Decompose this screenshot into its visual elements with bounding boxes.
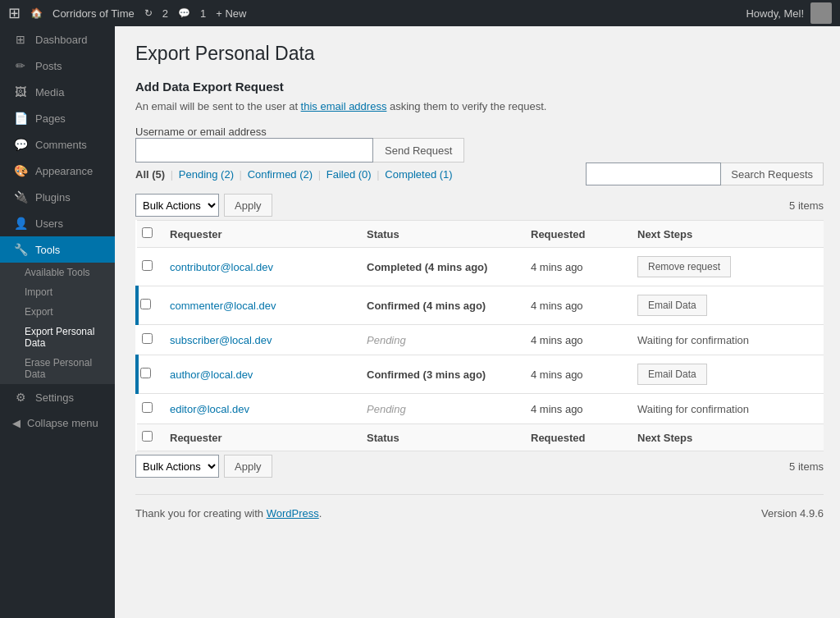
footer-select-all-checkbox[interactable] [142, 431, 153, 442]
row4-status-cell: Confirmed (3 mins ago) [358, 355, 523, 394]
row4-action-button[interactable]: Email Data [637, 364, 707, 385]
search-input[interactable] [586, 163, 721, 185]
add-request-title: Add Data Export Request [135, 80, 824, 94]
sidebar-item-media[interactable]: 🖼 Media [0, 79, 115, 105]
filter-confirmed[interactable]: Confirmed (2) [248, 168, 313, 181]
pages-icon: 📄 [12, 112, 29, 125]
col-header-next-steps: Next Steps [629, 221, 824, 248]
row2-requester-link[interactable]: commenter@local.dev [170, 300, 276, 312]
row3-requester-link[interactable]: subscriber@local.dev [170, 334, 272, 346]
sidebar-label-comments: Comments [35, 139, 87, 151]
sidebar-label-tools: Tools [35, 244, 60, 256]
row4-nextsteps-cell: Email Data [629, 355, 824, 394]
updates-count: 2 [162, 7, 168, 20]
description: An email will be sent to the user at thi… [135, 100, 824, 112]
table-row: contributor@local.dev Completed (4 mins … [137, 248, 824, 286]
filter-pending[interactable]: Pending (2) [179, 168, 234, 181]
sidebar-item-plugins[interactable]: 🔌 Plugins [0, 184, 115, 210]
filter-links: All (5) | Pending (2) | Confirmed (2) | … [135, 168, 453, 181]
footer-thank-you: Thank you for creating with WordPress. [135, 507, 322, 520]
admin-bar: ⊞ 🏠 Corridors of Time ↻ 2 💬 1 + New Howd… [0, 0, 840, 26]
row2-action-button[interactable]: Email Data [637, 295, 707, 316]
page-title: Export Personal Data [135, 43, 824, 65]
filter-all[interactable]: All (5) [135, 168, 165, 181]
row2-checkbox[interactable] [140, 299, 151, 309]
submenu-export-personal-data[interactable]: Export Personal Data [0, 322, 115, 353]
col-header-requester: Requester [162, 221, 358, 248]
row2-requested-cell: 4 mins ago [523, 286, 629, 325]
search-box: Search Requests [586, 163, 824, 185]
row3-next-steps-text: Waiting for confirmation [637, 334, 749, 346]
row1-checkbox[interactable] [142, 260, 153, 271]
filter-completed[interactable]: Completed (1) [385, 168, 452, 181]
row1-requester-cell: contributor@local.dev [162, 248, 358, 286]
row5-requester-link[interactable]: editor@local.dev [170, 403, 249, 415]
collapse-arrow-icon: ◀ [12, 417, 21, 429]
sidebar-item-comments[interactable]: 💬 Comments [0, 131, 115, 158]
bottom-table-actions: Bulk Actions Apply 5 items [135, 455, 824, 478]
col-header-status: Status [358, 221, 523, 248]
row3-nextsteps-cell: Waiting for confirmation [629, 325, 824, 355]
collapse-menu-button[interactable]: ◀ Collapse menu [0, 410, 115, 436]
filter-failed[interactable]: Failed (0) [326, 168, 372, 181]
username-email-input[interactable] [135, 138, 373, 163]
username-label: Username or email address [135, 126, 824, 138]
submenu-export[interactable]: Export [0, 302, 115, 322]
submenu-import[interactable]: Import [0, 282, 115, 302]
comments-count: 1 [200, 7, 206, 20]
updates-icon[interactable]: ↻ [144, 7, 153, 19]
col-checkbox [137, 221, 162, 248]
submenu-available-tools[interactable]: Available Tools [0, 263, 115, 282]
bottom-bulk-select[interactable]: Bulk Actions [135, 455, 219, 478]
sidebar-item-users[interactable]: 👤 Users [0, 210, 115, 236]
footer-col-next-steps: Next Steps [629, 424, 824, 451]
description-link[interactable]: this email address [301, 100, 387, 112]
row4-checkbox[interactable] [140, 368, 151, 378]
row5-checkbox[interactable] [142, 402, 153, 413]
row4-requester-link[interactable]: author@local.dev [170, 369, 253, 381]
row5-requested-cell: 4 mins ago [523, 394, 629, 424]
wp-logo-icon[interactable]: ⊞ [8, 4, 21, 22]
table-header-row: Requester Status Requested Next Steps [137, 221, 824, 248]
site-name[interactable]: Corridors of Time [52, 7, 135, 20]
row3-requested-cell: 4 mins ago [523, 325, 629, 355]
sidebar-item-appearance[interactable]: 🎨 Appearance [0, 158, 115, 184]
row3-status-cell: Pending [358, 325, 523, 355]
sidebar-label-posts: Posts [35, 60, 62, 72]
row1-requester-link[interactable]: contributor@local.dev [170, 261, 273, 273]
media-icon: 🖼 [12, 85, 29, 98]
site-home-icon: 🏠 [30, 7, 43, 19]
sidebar-item-settings[interactable]: ⚙ Settings [0, 384, 115, 410]
bottom-item-count: 5 items [789, 460, 824, 473]
row4-checkbox-cell [137, 355, 162, 394]
sidebar-item-pages[interactable]: 📄 Pages [0, 105, 115, 131]
select-all-checkbox[interactable] [142, 227, 153, 238]
collapse-menu-label: Collapse menu [27, 417, 98, 429]
send-request-button[interactable]: Send Request [373, 138, 464, 163]
row1-action-button[interactable]: Remove request [637, 256, 731, 277]
row2-nextsteps-cell: Email Data [629, 286, 824, 325]
row1-status-cell: Completed (4 mins ago) [358, 248, 523, 286]
top-bulk-select[interactable]: Bulk Actions [135, 194, 219, 217]
row3-checkbox[interactable] [142, 333, 153, 344]
row5-requester-cell: editor@local.dev [162, 394, 358, 424]
sidebar-label-pages: Pages [35, 112, 66, 125]
version-text: Version 4.9.6 [761, 507, 824, 520]
row2-requester-cell: commenter@local.dev [162, 286, 358, 325]
row1-requested-cell: 4 mins ago [523, 248, 629, 286]
settings-icon: ⚙ [12, 391, 29, 404]
submenu-erase-personal-data[interactable]: Erase Personal Data [0, 353, 115, 384]
top-apply-button[interactable]: Apply [224, 194, 272, 217]
sidebar-item-dashboard[interactable]: ⊞ Dashboard [0, 26, 115, 53]
tools-submenu: Available Tools Import Export Export Per… [0, 263, 115, 384]
sidebar-item-posts[interactable]: ✏ Posts [0, 53, 115, 79]
avatar[interactable] [810, 2, 832, 24]
wordpress-link[interactable]: WordPress [267, 507, 319, 520]
new-content-button[interactable]: + New [216, 7, 246, 20]
row5-status-cell: Pending [358, 394, 523, 424]
search-requests-button[interactable]: Search Requests [721, 163, 824, 185]
sidebar-item-tools[interactable]: 🔧 Tools [0, 236, 115, 263]
comments-icon[interactable]: 💬 [178, 7, 190, 19]
bottom-apply-button[interactable]: Apply [224, 455, 272, 478]
row2-checkbox-cell [137, 286, 162, 325]
